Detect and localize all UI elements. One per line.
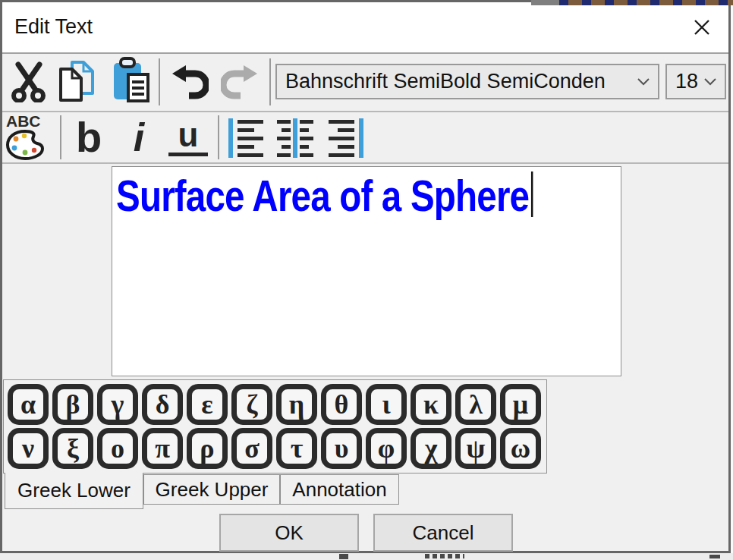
align-center-button[interactable] xyxy=(275,117,315,159)
bold-icon: b xyxy=(76,116,102,159)
cancel-button[interactable]: Cancel xyxy=(373,514,513,552)
align-center-icon xyxy=(277,118,313,158)
text-cursor xyxy=(531,171,533,217)
scissors-icon xyxy=(11,61,46,102)
keyboard-row-2: νξοπρστυφχψω xyxy=(8,428,545,469)
greek-key-τ[interactable]: τ xyxy=(276,428,317,469)
greek-key-γ[interactable]: γ xyxy=(97,384,138,425)
greek-key-ν[interactable]: ν xyxy=(8,428,49,469)
underline-button[interactable]: u xyxy=(165,115,212,161)
align-right-icon xyxy=(327,118,363,158)
copy-button[interactable] xyxy=(55,58,98,104)
font-color-palette-icon: ABC xyxy=(5,114,54,161)
paste-button[interactable] xyxy=(110,55,153,105)
tab-annotation[interactable]: Annotation xyxy=(280,474,399,505)
toolbar-separator xyxy=(269,58,271,105)
greek-key-ζ[interactable]: ζ xyxy=(231,384,272,425)
svg-text:ABC: ABC xyxy=(6,114,41,130)
greek-key-ε[interactable]: ε xyxy=(187,384,228,425)
background-window-strip-brown xyxy=(559,0,733,5)
font-size-select[interactable]: 18 xyxy=(665,64,726,99)
font-family-select[interactable]: Bahnschrift SemiBold SemiConden xyxy=(275,64,659,99)
chevron-down-icon xyxy=(632,77,658,86)
greek-key-ρ[interactable]: ρ xyxy=(187,428,228,469)
text-editor[interactable]: Surface Area of a Sphere xyxy=(112,166,621,376)
align-right-button[interactable] xyxy=(326,117,365,159)
greek-key-μ[interactable]: μ xyxy=(500,384,541,425)
toolbar-formatting: ABC b i u xyxy=(2,112,728,164)
greek-key-π[interactable]: π xyxy=(142,428,183,469)
greek-key-ξ[interactable]: ξ xyxy=(52,428,93,469)
underline-icon: u xyxy=(168,120,208,156)
undo-button[interactable] xyxy=(169,63,210,101)
close-button[interactable] xyxy=(689,14,715,40)
greek-key-σ[interactable]: σ xyxy=(231,428,272,469)
edit-text-dialog: Edit Text xyxy=(0,0,731,553)
ok-button[interactable]: OK xyxy=(219,514,359,552)
toolbar-clipboard-font: Bahnschrift SemiBold SemiConden 18 xyxy=(2,54,728,112)
cancel-label: Cancel xyxy=(413,521,474,545)
font-color-button[interactable]: ABC xyxy=(4,113,55,162)
toolbar-separator xyxy=(159,58,160,105)
align-left-icon xyxy=(228,118,265,158)
greek-key-φ[interactable]: φ xyxy=(366,428,407,469)
cut-button[interactable] xyxy=(10,61,48,103)
background-text-fragment xyxy=(425,554,464,558)
editor-line: Surface Area of a Sphere xyxy=(116,171,533,220)
editor-text: Surface Area of a Sphere xyxy=(116,171,529,220)
greek-key-κ[interactable]: κ xyxy=(411,384,451,425)
background-text-fragment xyxy=(339,554,348,559)
font-size-value: 18 xyxy=(667,70,699,93)
paste-icon xyxy=(112,57,151,104)
greek-key-δ[interactable]: δ xyxy=(142,384,183,425)
greek-key-ψ[interactable]: ψ xyxy=(455,428,496,469)
greek-key-θ[interactable]: θ xyxy=(321,384,362,425)
italic-button[interactable]: i xyxy=(119,114,159,161)
chevron-down-icon xyxy=(699,77,725,86)
ok-label: OK xyxy=(275,521,304,545)
greek-key-β[interactable]: β xyxy=(52,384,93,425)
greek-key-ι[interactable]: ι xyxy=(366,384,407,425)
close-icon xyxy=(693,18,711,36)
tab-label: Greek Upper xyxy=(156,478,269,502)
greek-key-χ[interactable]: χ xyxy=(411,428,451,469)
font-family-value: Bahnschrift SemiBold SemiConden xyxy=(277,70,632,93)
title-bar: Edit Text xyxy=(2,2,728,54)
copy-icon xyxy=(57,59,96,103)
background-window-strip-gray xyxy=(531,0,559,5)
greek-key-ω[interactable]: ω xyxy=(500,428,541,469)
tab-label: Greek Lower xyxy=(17,479,131,502)
background-text-fragment xyxy=(709,555,720,558)
greek-key-λ[interactable]: λ xyxy=(455,384,496,425)
align-left-button[interactable] xyxy=(227,117,266,159)
symbol-keyboard-panel: αβγδεζηθικλμ νξοπρστυφχψω xyxy=(3,379,547,473)
bold-button[interactable]: b xyxy=(69,114,109,161)
greek-key-α[interactable]: α xyxy=(8,384,49,425)
tab-greek-upper[interactable]: Greek Upper xyxy=(143,474,280,505)
undo-icon xyxy=(171,64,209,99)
toolbar-separator xyxy=(60,115,61,159)
greek-key-η[interactable]: η xyxy=(276,384,317,425)
greek-key-ο[interactable]: ο xyxy=(97,428,138,469)
redo-button[interactable] xyxy=(219,63,260,101)
screen: Edit Text xyxy=(0,0,733,560)
redo-icon xyxy=(221,64,259,99)
toolbar-separator xyxy=(218,115,219,159)
italic-icon: i xyxy=(134,118,144,157)
background-window-strip-bottom xyxy=(0,553,733,560)
tab-label: Annotation xyxy=(292,478,386,502)
dialog-title: Edit Text xyxy=(14,15,93,39)
greek-key-υ[interactable]: υ xyxy=(321,428,362,469)
keyboard-row-1: αβγδεζηθικλμ xyxy=(8,384,545,425)
tab-greek-lower[interactable]: Greek Lower xyxy=(5,473,143,509)
